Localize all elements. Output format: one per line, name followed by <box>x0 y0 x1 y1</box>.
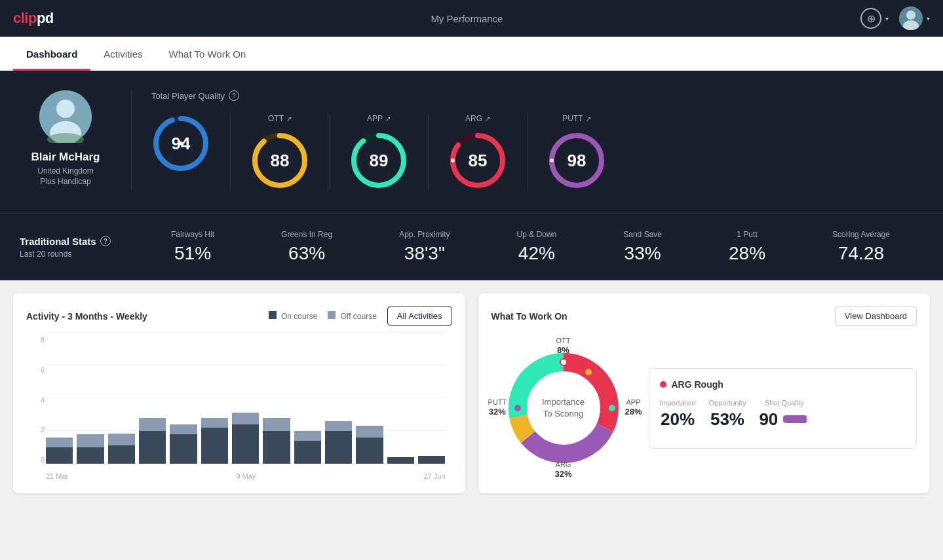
bar-group-6 <box>232 413 259 464</box>
view-dashboard-button[interactable]: View Dashboard <box>835 307 917 326</box>
chart-legend: On course Off course All Activities <box>269 307 452 326</box>
svg-point-28 <box>514 405 521 411</box>
add-button[interactable]: ⊕ <box>860 8 881 29</box>
putt-donut-label: PUTT 32% <box>488 398 507 418</box>
stat-greens-in-reg: Greens In Reg 63% <box>281 230 332 264</box>
stat-sand-save-value: 33% <box>625 243 661 264</box>
stat-scoring-average-value: 74.28 <box>838 243 884 264</box>
shot-quality-bar-bg <box>783 415 809 423</box>
bar-group-2 <box>108 434 135 464</box>
bar-group-7 <box>263 418 290 464</box>
bar-top-6 <box>232 413 259 424</box>
stat-1-putt-label: 1 Putt <box>737 230 757 239</box>
plus-icon: ⊕ <box>867 12 876 25</box>
app-trend-icon: ↗ <box>385 115 391 122</box>
nav-right: ⊕ ▾ ▾ <box>860 7 930 30</box>
logo-clip: clip <box>13 10 37 26</box>
app-value: 89 <box>370 151 389 171</box>
stats-help-icon[interactable]: ? <box>100 236 111 246</box>
putt-value: 98 <box>568 151 587 171</box>
arg-donut-label: ARG 32% <box>554 460 571 480</box>
bar-bottom-5 <box>201 428 228 464</box>
stat-fairways-hit-label: Fairways Hit <box>171 230 214 239</box>
y-2: 2 <box>26 426 45 434</box>
bar-bottom-8 <box>294 441 321 464</box>
arg-value: 85 <box>469 151 488 171</box>
bottom-section: Activity - 3 Months - Weekly On course O… <box>0 280 943 506</box>
quality-section: Total Player Quality ? 94 OTT <box>131 90 923 190</box>
work-title: What To Work On <box>491 311 568 322</box>
nav-add-group[interactable]: ⊕ ▾ <box>860 8 889 29</box>
importance-metric-value: 20% <box>661 409 695 430</box>
avatar-group[interactable]: ▾ <box>899 7 930 30</box>
svg-point-27 <box>609 405 615 411</box>
ott-value: 88 <box>271 151 290 171</box>
arg-trend-icon: ↗ <box>485 115 490 122</box>
tab-dashboard[interactable]: Dashboard <box>13 37 90 71</box>
arg-rough-label: ARG Rough <box>672 379 723 390</box>
bar-bottom-7 <box>263 431 290 464</box>
tab-dashboard-label: Dashboard <box>26 48 77 60</box>
bar-top-7 <box>263 418 290 431</box>
stat-1-putt: 1 Putt 28% <box>729 230 765 264</box>
player-country: United Kingdom <box>37 166 93 176</box>
donut-center-text: ImportanceTo Scoring <box>542 396 585 420</box>
player-avatar-icon <box>39 90 92 143</box>
bar-bottom-12 <box>418 456 445 464</box>
player-name: Blair McHarg <box>31 151 100 164</box>
shot-quality-metric: Shot Quality 90 <box>759 399 809 430</box>
donut-chart: ImportanceTo Scoring OTT 8% APP 28% ARG … <box>491 336 636 480</box>
bar-group-9 <box>325 421 352 464</box>
bar-group-5 <box>201 418 228 464</box>
quality-label-text: Total Player Quality <box>151 91 225 101</box>
bar-group-12 <box>418 456 445 464</box>
shot-quality-metric-label: Shot Quality <box>765 399 804 407</box>
on-course-label: On course <box>281 312 317 321</box>
bar-group-3 <box>139 418 166 464</box>
bar-group-11 <box>387 457 414 464</box>
stat-greens-in-reg-value: 63% <box>288 243 325 264</box>
off-course-dot <box>328 311 336 319</box>
shot-quality-bar-fill <box>783 415 807 423</box>
logo-pd: pd <box>37 10 54 26</box>
arg-donut-name: ARG <box>556 460 571 468</box>
svg-point-1 <box>906 10 915 20</box>
y-6: 6 <box>26 366 45 374</box>
ott-donut-label: OTT 8% <box>556 336 571 356</box>
bar-bottom-3 <box>139 431 166 464</box>
tab-activities[interactable]: Activities <box>90 37 155 71</box>
tab-what-to-work-on-label: What To Work On <box>169 48 246 60</box>
add-chevron-icon: ▾ <box>885 15 889 22</box>
opportunity-metric-value: 53% <box>710 409 744 430</box>
chart-title: Activity - 3 Months - Weekly <box>26 311 147 322</box>
stats-label-section: Traditional Stats ? Last 20 rounds <box>20 236 138 259</box>
logo[interactable]: clippd <box>13 10 54 27</box>
user-avatar[interactable] <box>899 7 923 30</box>
x-27-jun: 27 Jun <box>423 472 445 480</box>
arg-circle: 85 <box>448 131 507 190</box>
bar-group-10 <box>356 426 383 464</box>
bar-bottom-9 <box>325 431 352 464</box>
total-quality-value: 94 <box>172 134 191 154</box>
tab-what-to-work-on[interactable]: What To Work On <box>156 37 260 71</box>
stat-fairways-hit-value: 51% <box>174 243 211 264</box>
stats-subtitle: Last 20 rounds <box>20 250 138 259</box>
putt-trend-icon: ↗ <box>586 115 591 122</box>
help-icon[interactable]: ? <box>229 90 239 101</box>
stat-fairways-hit: Fairways Hit 51% <box>171 230 214 264</box>
work-header: What To Work On View Dashboard <box>491 307 917 326</box>
bar-top-0 <box>46 438 73 447</box>
avatar-initials <box>899 7 923 30</box>
bar-group-4 <box>170 424 197 464</box>
app-circle: 89 <box>349 131 408 190</box>
bar-top-8 <box>294 431 321 441</box>
stat-sand-save: Sand Save 33% <box>623 230 662 264</box>
stat-app-proximity: App. Proximity 38'3" <box>399 230 450 264</box>
bar-top-2 <box>108 434 135 445</box>
avatar-icon <box>899 7 923 30</box>
all-activities-button[interactable]: All Activities <box>387 307 452 326</box>
putt-donut-pct: 32% <box>488 407 507 419</box>
bar-bottom-4 <box>170 434 197 464</box>
arg-donut-pct: 32% <box>554 469 571 480</box>
all-activities-label: All Activities <box>397 311 442 321</box>
